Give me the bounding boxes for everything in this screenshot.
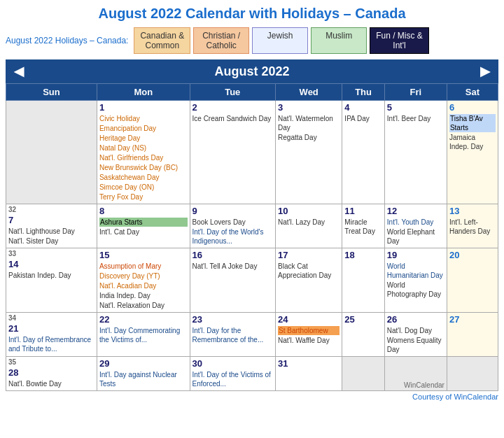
day-23[interactable]: 23 Int'l. Day for the Remembrance of the… — [190, 313, 276, 357]
day-18[interactable]: 18 — [342, 248, 384, 313]
day-number: 10 — [278, 206, 340, 216]
legend-fun[interactable]: Fun / Misc &Int'l — [370, 27, 429, 54]
event: Discovery Day (YT) — [99, 271, 188, 281]
day-5[interactable]: 5 Int'l. Beer Day — [384, 101, 447, 204]
event: Jamaica Indep. Day — [449, 133, 496, 151]
day-3[interactable]: 3 Nat'l. Watermelon Day Regatta Day — [276, 101, 342, 204]
event: Nat'l. Tell A Joke Day — [192, 262, 274, 271]
day-9[interactable]: 9 Book Lovers Day Int'l. Day of the Worl… — [190, 204, 276, 248]
event: Pakistan Indep. Day — [8, 271, 94, 280]
event: Saskatchewan Day — [99, 173, 188, 182]
legend-row: August 2022 Holidays – Canada: Canadian … — [6, 27, 498, 54]
day-4[interactable]: 4 IPA Day — [342, 101, 384, 204]
day-number: 33 — [8, 250, 94, 257]
day-20[interactable]: 20 — [447, 248, 498, 313]
day-8[interactable]: 8 Ashura Starts Int'l. Cat Day — [97, 204, 190, 248]
event: Nat'l. Lazy Day — [278, 218, 340, 227]
day-15[interactable]: 15 Assumption of Mary Discovery Day (YT)… — [97, 248, 190, 313]
next-month-button[interactable]: ▶ — [480, 64, 490, 79]
event: Ashura Starts — [99, 218, 188, 227]
day-22[interactable]: 22 Int'l. Day Commemorating the Victims … — [97, 313, 190, 357]
day-number: 27 — [449, 314, 496, 325]
event: World Elephant Day — [387, 227, 444, 246]
prev-month-button[interactable]: ◀ — [14, 64, 24, 79]
day-13[interactable]: 13 Int'l. Left-Handers Day — [447, 204, 498, 248]
day-number: 16 — [192, 250, 274, 260]
day-number: 28 — [8, 367, 94, 378]
col-thu: Thu — [342, 84, 384, 101]
day-19[interactable]: 19 World Humanitarian Day World Photogra… — [384, 248, 447, 313]
day-11[interactable]: 11 Miracle Treat Day — [342, 204, 384, 248]
day-number: 11 — [344, 206, 382, 216]
day-number: 15 — [99, 250, 188, 260]
day-number: 18 — [344, 250, 382, 260]
day-31[interactable]: 31 — [276, 357, 342, 391]
event: World Photography Day — [387, 281, 444, 299]
event: Int'l. Day of the Victims of Enforced... — [192, 370, 274, 388]
day-number: 1 — [99, 102, 188, 113]
table-row: 1 Civic Holiday Emancipation Day Heritag… — [6, 101, 498, 204]
day-29[interactable]: 29 Int'l. Day against Nuclear Tests — [97, 357, 190, 391]
event: Tisha B'Av Starts — [449, 114, 496, 132]
event: Nat'l. Relaxation Day — [99, 301, 188, 310]
col-tue: Tue — [190, 84, 276, 101]
day-number: 4 — [344, 102, 382, 113]
day-number: 22 — [99, 314, 188, 325]
event: India Indep. Day — [99, 291, 188, 300]
day-30[interactable]: 30 Int'l. Day of the Victims of Enforced… — [190, 357, 276, 391]
day-28[interactable]: 35 28 Nat'l. Bowtie Day — [6, 357, 97, 391]
event: Int'l. Day of the World's Indigenous... — [192, 227, 274, 246]
day-1[interactable]: 1 Civic Holiday Emancipation Day Heritag… — [97, 101, 190, 204]
event: World Humanitarian Day — [387, 262, 444, 280]
event: Black Cat Appreciation Day — [278, 262, 340, 280]
day-21[interactable]: 34 21 Int'l. Day of Remembrance and Trib… — [6, 313, 97, 357]
day-number: 5 — [387, 102, 444, 113]
day-number: 2 — [192, 102, 274, 113]
day-2[interactable]: 2 Ice Cream Sandwich Day — [190, 101, 276, 204]
empty-cell — [447, 357, 498, 391]
event: Womens Equality Day — [387, 336, 444, 354]
day-6[interactable]: 6 Tisha B'Av Starts Jamaica Indep. Day — [447, 101, 498, 204]
page: August 2022 Calendar with Holidays – Can… — [0, 0, 504, 407]
event: Regatta Day — [278, 133, 340, 142]
event: IPA Day — [344, 114, 382, 123]
event: Assumption of Mary — [99, 262, 188, 271]
day-7[interactable]: 32 7 Nat'l. Lighthouse Day Nat'l. Sister… — [6, 204, 97, 248]
legend-items: Canadian &Common Christian /Catholic Jew… — [134, 27, 428, 54]
day-27[interactable]: 27 — [447, 313, 498, 357]
event: Nat'l. Waffle Day — [278, 336, 340, 345]
calendar-header: ◀ August 2022 ▶ — [6, 59, 498, 83]
event: Natal Day (NS) — [99, 143, 188, 153]
day-number: 13 — [449, 206, 496, 216]
event: Nat'l. Dog Day — [387, 326, 444, 335]
col-wed: Wed — [276, 84, 342, 101]
event: Nat'l. Acadian Day — [99, 281, 188, 290]
legend-jewish[interactable]: Jewish — [252, 27, 308, 54]
empty-cell: WinCalendar — [384, 357, 447, 391]
day-24[interactable]: 24 St Bartholomew Nat'l. Waffle Day — [276, 313, 342, 357]
day-25[interactable]: 25 — [342, 313, 384, 357]
day-16[interactable]: 16 Nat'l. Tell A Joke Day — [190, 248, 276, 313]
day-number: 24 — [278, 314, 340, 325]
day-number: 29 — [99, 358, 188, 369]
event: Int'l. Day against Nuclear Tests — [99, 370, 188, 388]
day-12[interactable]: 12 Int'l. Youth Day World Elephant Day — [384, 204, 447, 248]
legend-christian[interactable]: Christian /Catholic — [193, 27, 249, 54]
day-17[interactable]: 17 Black Cat Appreciation Day — [276, 248, 342, 313]
day-26[interactable]: 26 Nat'l. Dog Day Womens Equality Day — [384, 313, 447, 357]
legend-canadian[interactable]: Canadian &Common — [134, 27, 190, 54]
event: Emancipation Day — [99, 124, 188, 133]
event: Nat'l. Bowtie Day — [8, 379, 94, 388]
day-10[interactable]: 10 Nat'l. Lazy Day — [276, 204, 342, 248]
day-14[interactable]: 33 14 Pakistan Indep. Day — [6, 248, 97, 313]
empty-cell — [342, 357, 384, 391]
day-number: 14 — [8, 259, 94, 269]
event: Simcoe Day (ON) — [99, 183, 188, 192]
legend-muslim[interactable]: Muslim — [311, 27, 367, 54]
event: Int'l. Cat Day — [99, 227, 188, 236]
event: Int'l. Day for the Remembrance of the... — [192, 326, 274, 344]
event: Nat'l. Sister Day — [8, 236, 94, 246]
empty-cell — [6, 101, 97, 204]
event: Civic Holiday — [99, 114, 188, 123]
courtesy-text: Courtesy of WinCalendar — [6, 393, 498, 401]
